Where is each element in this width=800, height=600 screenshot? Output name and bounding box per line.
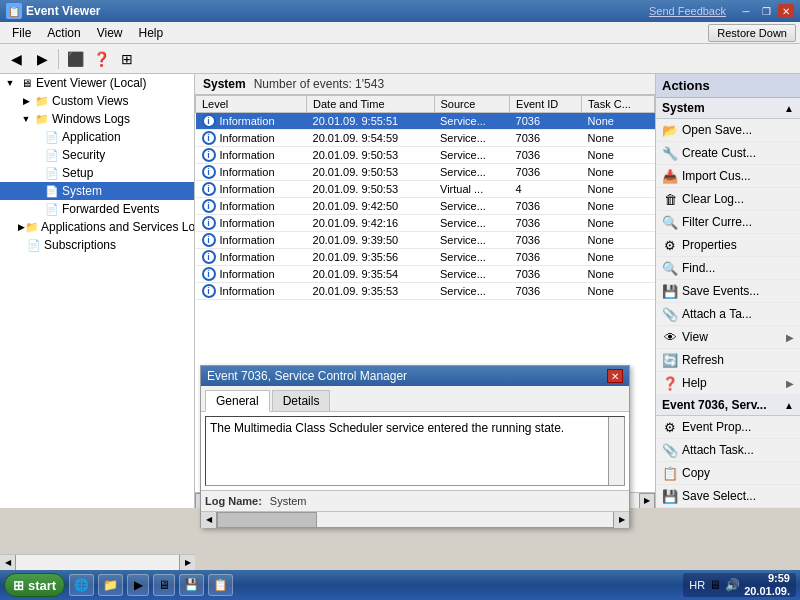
tree-item-application[interactable]: 📄 Application xyxy=(0,128,194,146)
toolbar-back[interactable]: ◀ xyxy=(4,47,28,71)
tab-details[interactable]: Details xyxy=(272,390,331,411)
taskbar-explorer-btn[interactable]: 📁 xyxy=(98,574,123,596)
popup-close-button[interactable]: ✕ xyxy=(607,369,623,383)
task-cell: None xyxy=(582,181,655,198)
menu-file[interactable]: File xyxy=(4,24,39,42)
close-button[interactable]: ✕ xyxy=(778,4,794,18)
restore-down-button[interactable]: Restore Down xyxy=(708,24,796,42)
action-label: Import Cus... xyxy=(682,169,751,183)
action-open-save[interactable]: 📂 Open Save... xyxy=(656,119,800,142)
popup-scroll-track[interactable] xyxy=(217,512,613,528)
task-cell: None xyxy=(582,113,655,130)
computer-icon: 🖥 xyxy=(18,75,34,91)
taskbar-devices-btn[interactable]: 💾 xyxy=(179,574,204,596)
tab-general[interactable]: General xyxy=(205,390,270,412)
actions-section-system[interactable]: System ▲ xyxy=(656,98,800,119)
restore-button[interactable]: ❐ xyxy=(758,4,774,18)
action-attach-ta[interactable]: 📎 Attach a Ta... xyxy=(656,303,800,326)
popup-scroll-left[interactable]: ◀ xyxy=(201,512,217,528)
action-copy[interactable]: 📋 Copy xyxy=(656,462,800,485)
eventid-cell: 7036 xyxy=(510,198,582,215)
action-view[interactable]: 👁 View ▶ xyxy=(656,326,800,349)
tree-item-app-services[interactable]: ▶ 📁 Applications and Services Lo... xyxy=(0,218,194,236)
table-row[interactable]: i Information 20.01.09. 9:42:50 Service.… xyxy=(196,198,655,215)
table-row[interactable]: i Information 20.01.09. 9:35:56 Service.… xyxy=(196,249,655,266)
expander-icon xyxy=(18,237,26,253)
source-cell: Service... xyxy=(434,266,510,283)
level-text: Information xyxy=(220,251,275,263)
menu-action[interactable]: Action xyxy=(39,24,88,42)
level-text: Information xyxy=(220,285,275,297)
table-row[interactable]: i Information 20.01.09. 9:50:53 Virtual … xyxy=(196,181,655,198)
action-properties[interactable]: ⚙ Properties xyxy=(656,234,800,257)
table-row[interactable]: i Information 20.01.09. 9:54:59 Service.… xyxy=(196,130,655,147)
col-eventid[interactable]: Event ID xyxy=(510,96,582,113)
scroll-right-btn[interactable]: ▶ xyxy=(639,493,655,509)
action-save-events[interactable]: 💾 Save Events... xyxy=(656,280,800,303)
col-level[interactable]: Level xyxy=(196,96,307,113)
action-help[interactable]: ❓ Help ▶ xyxy=(656,372,800,395)
table-row[interactable]: i Information 20.01.09. 9:42:16 Service.… xyxy=(196,215,655,232)
tree-item-system[interactable]: 📄 System xyxy=(0,182,194,200)
col-task[interactable]: Task C... xyxy=(582,96,655,113)
taskbar-app-btn[interactable]: 📋 xyxy=(208,574,233,596)
table-row[interactable]: i Information 20.01.09. 9:35:54 Service.… xyxy=(196,266,655,283)
action-refresh[interactable]: 🔄 Refresh xyxy=(656,349,800,372)
action-label: Find... xyxy=(682,261,715,275)
datetime-cell: 20.01.09. 9:55:51 xyxy=(307,113,434,130)
source-cell: Service... xyxy=(434,249,510,266)
send-feedback-link[interactable]: Send Feedback xyxy=(649,5,726,17)
col-source[interactable]: Source xyxy=(434,96,510,113)
tree-label: Event Viewer (Local) xyxy=(36,76,147,90)
menu-view[interactable]: View xyxy=(89,24,131,42)
minimize-button[interactable]: ─ xyxy=(738,4,754,18)
tree-item-setup[interactable]: 📄 Setup xyxy=(0,164,194,182)
menu-help[interactable]: Help xyxy=(131,24,172,42)
toolbar-btn-4[interactable]: ❓ xyxy=(89,47,113,71)
panel-header: System Number of events: 1'543 xyxy=(195,74,655,95)
tree-item-forwarded[interactable]: 📄 Forwarded Events xyxy=(0,200,194,218)
find-icon: 🔍 xyxy=(662,260,678,276)
action-clear-log[interactable]: 🗑 Clear Log... xyxy=(656,188,800,211)
toolbar-forward[interactable]: ▶ xyxy=(30,47,54,71)
tree-item-event-viewer-local[interactable]: ▼ 🖥 Event Viewer (Local) xyxy=(0,74,194,92)
tree-item-subscriptions[interactable]: 📄 Subscriptions xyxy=(0,236,194,254)
action-import-cus[interactable]: 📥 Import Cus... xyxy=(656,165,800,188)
table-row[interactable]: i Information 20.01.09. 9:50:53 Service.… xyxy=(196,164,655,181)
toolbar-btn-5[interactable]: ⊞ xyxy=(115,47,139,71)
action-label: Attach a Ta... xyxy=(682,307,752,321)
source-cell: Service... xyxy=(434,283,510,300)
left-tree-panel: ▼ 🖥 Event Viewer (Local) ▶ 📁 Custom View… xyxy=(0,74,195,508)
taskbar-ie-btn[interactable]: 🌐 xyxy=(69,574,94,596)
action-filter-curre[interactable]: 🔍 Filter Curre... xyxy=(656,211,800,234)
task-cell: None xyxy=(582,266,655,283)
action-attach-task[interactable]: 📎 Attach Task... xyxy=(656,439,800,462)
col-datetime[interactable]: Date and Time xyxy=(307,96,434,113)
actions-section-event[interactable]: Event 7036, Serv... ▲ xyxy=(656,395,800,416)
action-create-cust[interactable]: 🔧 Create Cust... xyxy=(656,142,800,165)
tree-item-windows-logs[interactable]: ▼ 📁 Windows Logs xyxy=(0,110,194,128)
tree-item-security[interactable]: 📄 Security xyxy=(0,146,194,164)
popup-tabs: General Details xyxy=(201,386,629,412)
taskbar-network-btn[interactable]: 🖥 xyxy=(153,574,175,596)
table-row[interactable]: i Information 20.01.09. 9:55:51 Service.… xyxy=(196,113,655,130)
popup-h-scrollbar[interactable]: ◀ ▶ xyxy=(201,511,629,527)
table-row[interactable]: i Information 20.01.09. 9:35:53 Service.… xyxy=(196,283,655,300)
action-event-prop[interactable]: ⚙ Event Prop... xyxy=(656,416,800,439)
tree-label: System xyxy=(62,184,102,198)
taskbar-media-btn[interactable]: ▶ xyxy=(127,574,149,596)
action-find[interactable]: 🔍 Find... xyxy=(656,257,800,280)
table-row[interactable]: i Information 20.01.09. 9:50:53 Service.… xyxy=(196,147,655,164)
tree-item-custom-views[interactable]: ▶ 📁 Custom Views xyxy=(0,92,194,110)
toolbar-btn-3[interactable]: ⬛ xyxy=(63,47,87,71)
log-name-value: System xyxy=(270,495,307,507)
log-icon: 📄 xyxy=(44,201,60,217)
popup-scrollbar[interactable] xyxy=(608,417,624,485)
actions-panel: Actions System ▲ 📂 Open Save... 🔧 Create… xyxy=(655,74,800,508)
popup-text-area: The Multimedia Class Scheduler service e… xyxy=(205,416,625,486)
start-button[interactable]: ⊞ start xyxy=(4,573,65,597)
table-row[interactable]: i Information 20.01.09. 9:39:50 Service.… xyxy=(196,232,655,249)
popup-scroll-right[interactable]: ▶ xyxy=(613,512,629,528)
action-save-select[interactable]: 💾 Save Select... xyxy=(656,485,800,508)
popup-scroll-thumb[interactable] xyxy=(217,512,317,528)
